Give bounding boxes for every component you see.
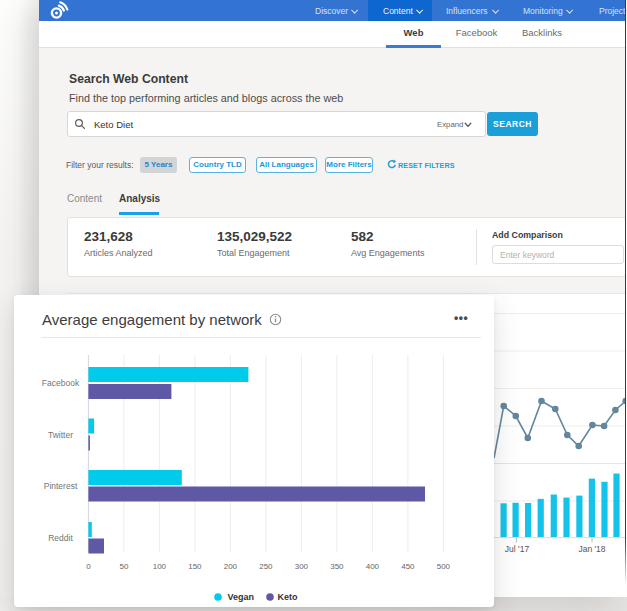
svg-text:450: 450 — [401, 562, 415, 571]
svg-text:Facebook: Facebook — [42, 378, 80, 388]
svg-text:Pinterest: Pinterest — [44, 481, 78, 491]
svg-text:350: 350 — [330, 562, 344, 571]
svg-text:150: 150 — [188, 562, 202, 571]
svg-text:Reddit: Reddit — [48, 533, 73, 543]
svg-text:Keto: Keto — [278, 592, 299, 602]
svg-text:Vegan: Vegan — [228, 592, 255, 602]
svg-text:300: 300 — [295, 562, 309, 571]
svg-text:Twitter: Twitter — [48, 430, 73, 440]
svg-text:500: 500 — [437, 562, 451, 571]
svg-text:100: 100 — [153, 562, 167, 571]
svg-text:250: 250 — [259, 562, 273, 571]
svg-text:Jan '18: Jan '18 — [578, 544, 605, 554]
svg-text:400: 400 — [366, 562, 380, 571]
svg-text:Jul '17: Jul '17 — [505, 544, 530, 554]
svg-text:200: 200 — [224, 562, 238, 571]
svg-text:50: 50 — [119, 562, 128, 571]
svg-text:0: 0 — [86, 562, 91, 571]
